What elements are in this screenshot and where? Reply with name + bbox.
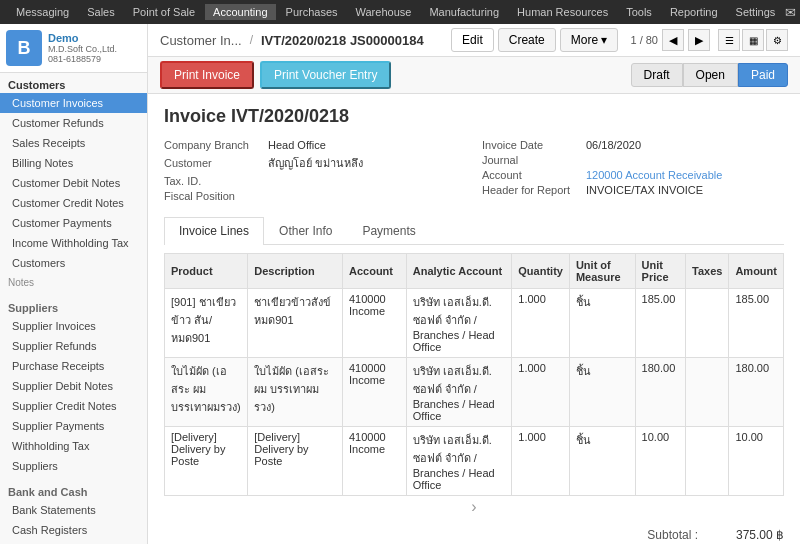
- invoice-lines-table: Product Description Account Analytic Acc…: [164, 253, 784, 496]
- invoice-tabs: Invoice Lines Other Info Payments: [164, 217, 784, 245]
- row2-uom: ชิ้น: [569, 358, 635, 427]
- row2-description: ใบไม้ผัด (เอสระผม บรรเทาผมรวง): [248, 358, 343, 427]
- content-area: Customer In... / IVT/2020/0218 JS0000018…: [148, 24, 800, 544]
- row3-description: [Delivery] Delivery by Poste: [248, 427, 343, 496]
- col-taxes: Taxes: [686, 254, 729, 289]
- status-paid-button[interactable]: Paid: [738, 63, 788, 87]
- col-analytic: Analytic Account: [406, 254, 512, 289]
- sidebar-item-withholding-tax[interactable]: Withholding Tax: [0, 436, 147, 456]
- edit-button[interactable]: Edit: [451, 28, 494, 52]
- nav-settings[interactable]: Settings: [728, 4, 784, 20]
- logo-letter: B: [6, 30, 42, 66]
- sidebar-item-cash-registers[interactable]: Cash Registers: [0, 520, 147, 540]
- nav-accounting[interactable]: Accounting: [205, 4, 275, 20]
- breadcrumb-bar: Customer In... / IVT/2020/0218 JS0000018…: [148, 24, 800, 57]
- print-invoice-button[interactable]: Print Invoice: [160, 61, 254, 89]
- row3-unit-price: 10.00: [635, 427, 685, 496]
- create-button[interactable]: Create: [498, 28, 556, 52]
- company-name: Demo: [48, 32, 117, 44]
- sidebar-item-billing-notes[interactable]: Billing Notes: [0, 153, 147, 173]
- sidebar-section-bank-cash: Bank and Cash: [0, 480, 147, 500]
- row1-uom: ชิ้น: [569, 289, 635, 358]
- nav-tools[interactable]: Tools: [618, 4, 660, 20]
- table-row[interactable]: [Delivery] Delivery by Poste [Delivery] …: [165, 427, 784, 496]
- more-button[interactable]: More ▾: [560, 28, 619, 52]
- sidebar-item-supplier-payments[interactable]: Supplier Payments: [0, 416, 147, 436]
- col-account: Account: [342, 254, 406, 289]
- col-quantity: Quantity: [512, 254, 570, 289]
- sidebar-item-sales-receipts[interactable]: Sales Receipts: [0, 133, 147, 153]
- nav-sales[interactable]: Sales: [79, 4, 123, 20]
- col-unit-price: Unit Price: [635, 254, 685, 289]
- account-value[interactable]: 120000 Account Receivable: [586, 169, 722, 181]
- sidebar-item-income-withholding-tax[interactable]: Income Withholding Tax: [0, 233, 147, 253]
- company-phone: 081-6188579: [48, 54, 117, 64]
- row3-amount: 10.00: [729, 427, 784, 496]
- status-bar: Print Invoice Print Voucher Entry Draft …: [148, 57, 800, 94]
- row2-product: ใบไม้ผัด (เอสระ ผมบรรเทาผมรวง): [165, 358, 248, 427]
- breadcrumb-separator: /: [250, 33, 253, 47]
- nav-pos[interactable]: Point of Sale: [125, 4, 203, 20]
- tax-id-label: Tax. ID.: [164, 175, 264, 187]
- row2-account: 410000 Income: [342, 358, 406, 427]
- row1-quantity: 1.000: [512, 289, 570, 358]
- invoice-date-value: 06/18/2020: [586, 139, 641, 151]
- row1-amount: 185.00: [729, 289, 784, 358]
- sidebar-item-supplier-refunds[interactable]: Supplier Refunds: [0, 336, 147, 356]
- sidebar-item-supplier-credit-notes[interactable]: Supplier Credit Notes: [0, 396, 147, 416]
- invoice-title: Invoice IVT/2020/0218: [164, 106, 784, 127]
- sidebar-item-bank-statements[interactable]: Bank Statements: [0, 500, 147, 520]
- scroll-right-indicator[interactable]: ›: [164, 496, 784, 518]
- nav-purchases[interactable]: Purchases: [278, 4, 346, 20]
- mail-icon[interactable]: ✉: [785, 5, 796, 20]
- row3-product: [Delivery] Delivery by Poste: [165, 427, 248, 496]
- prev-page-button[interactable]: ◀: [662, 29, 684, 51]
- sidebar-item-customer-payments[interactable]: Customer Payments: [0, 213, 147, 233]
- settings-view-button[interactable]: ⚙: [766, 29, 788, 51]
- form-view-button[interactable]: ▦: [742, 29, 764, 51]
- row3-taxes: [686, 427, 729, 496]
- nav-reporting[interactable]: Reporting: [662, 4, 726, 20]
- nav-hr[interactable]: Human Resources: [509, 4, 616, 20]
- list-view-button[interactable]: ☰: [718, 29, 740, 51]
- status-open-button[interactable]: Open: [683, 63, 738, 87]
- sidebar-item-suppliers[interactable]: Suppliers: [0, 456, 147, 476]
- row2-quantity: 1.000: [512, 358, 570, 427]
- table-row[interactable]: [901] ชาเขียวข้าว สัน/หมด901 ชาเขียวข้าว…: [165, 289, 784, 358]
- breadcrumb-parent[interactable]: Customer In...: [160, 33, 242, 48]
- header-report-label: Header for Report: [482, 184, 582, 196]
- nav-warehouse[interactable]: Warehouse: [348, 4, 420, 20]
- company-logo[interactable]: B Demo M.D.Soft Co.,Ltd. 081-6188579: [0, 24, 147, 73]
- top-navigation: Messaging Sales Point of Sale Accounting…: [0, 0, 800, 24]
- tab-invoice-lines[interactable]: Invoice Lines: [164, 217, 264, 245]
- sidebar-item-customer-invoices[interactable]: Customer Invoices: [0, 93, 147, 113]
- nav-manufacturing[interactable]: Manufacturing: [421, 4, 507, 20]
- account-label: Account: [482, 169, 582, 181]
- company-branch-value: Head Office: [268, 139, 326, 151]
- row2-taxes: [686, 358, 729, 427]
- sidebar-item-purchase-receipts[interactable]: Purchase Receipts: [0, 356, 147, 376]
- nav-messaging[interactable]: Messaging: [8, 4, 77, 20]
- sidebar-item-customer-debit-notes[interactable]: Customer Debit Notes: [0, 173, 147, 193]
- sidebar-item-supplier-debit-notes[interactable]: Supplier Debit Notes: [0, 376, 147, 396]
- sidebar-item-customer-refunds[interactable]: Customer Refunds: [0, 113, 147, 133]
- sidebar-item-customer-credit-notes[interactable]: Customer Credit Notes: [0, 193, 147, 213]
- row1-unit-price: 185.00: [635, 289, 685, 358]
- row3-uom: ชิ้น: [569, 427, 635, 496]
- tab-payments[interactable]: Payments: [347, 217, 430, 244]
- sidebar-section-suppliers: Suppliers: [0, 296, 147, 316]
- sidebar-item-cash-transfer[interactable]: Cash Transfer: [0, 540, 147, 544]
- col-description: Description: [248, 254, 343, 289]
- invoice-header: Company Branch Head Office Customer สัญญ…: [164, 139, 784, 205]
- next-page-button[interactable]: ▶: [688, 29, 710, 51]
- sidebar-notes-label: Notes: [0, 273, 147, 292]
- page-info: 1 / 80: [630, 34, 658, 46]
- status-draft-button[interactable]: Draft: [631, 63, 683, 87]
- print-voucher-button[interactable]: Print Voucher Entry: [260, 61, 391, 89]
- table-row[interactable]: ใบไม้ผัด (เอสระ ผมบรรเทาผมรวง) ใบไม้ผัด …: [165, 358, 784, 427]
- invoice-content: Invoice IVT/2020/0218 Company Branch Hea…: [148, 94, 800, 544]
- sidebar-item-supplier-invoices[interactable]: Supplier Invoices: [0, 316, 147, 336]
- sidebar-item-customers[interactable]: Customers: [0, 253, 147, 273]
- journal-label: Journal: [482, 154, 582, 166]
- tab-other-info[interactable]: Other Info: [264, 217, 347, 244]
